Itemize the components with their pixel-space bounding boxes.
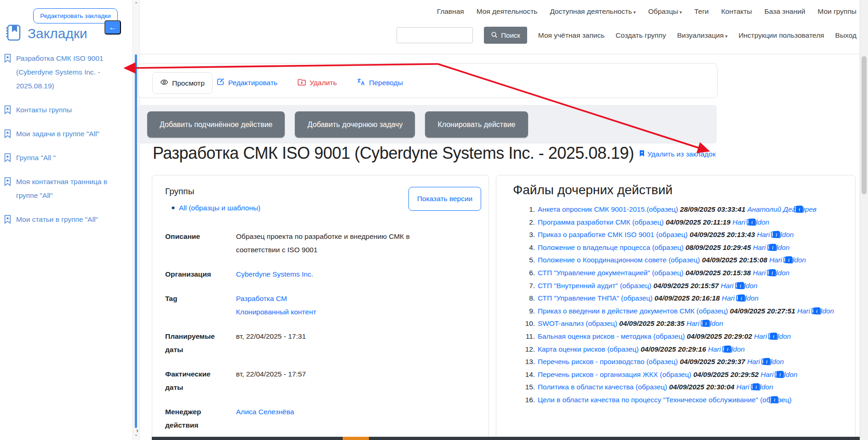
action-button[interactable]: Добавить дочернюю задачу	[295, 111, 415, 138]
nav-item-база-знаний[interactable]: База знаний	[765, 7, 805, 16]
field-value-link[interactable]: Cyberdyne Systems Inc.	[236, 267, 438, 281]
file-link[interactable]: СТП "Управление ТНПА" (образец)	[538, 294, 653, 302]
field-value-text: вт, 22/04/2025 - 17:57	[236, 367, 438, 381]
nav-item-доступная-деятельность[interactable]: Доступная деятельность▾	[550, 7, 636, 16]
file-number: 3.	[513, 229, 535, 241]
file-link[interactable]: Положение о владельце процесса (образец)	[538, 243, 684, 251]
file-row: 5.Положение о Координационном совете (об…	[538, 255, 856, 267]
file-row: 2.Программа разработки СМК (образец) 04/…	[538, 217, 856, 230]
bottom-bar	[152, 437, 868, 440]
file-link[interactable]: Цели в области качества по процессу "Тех…	[538, 396, 792, 404]
nav-item-визуализация[interactable]: Визуализация▾	[677, 31, 728, 40]
app-root: Редактировать закладки Закладки ← Разраб…	[0, 0, 868, 440]
bookmark-link[interactable]: Моя контактная транница в группе "All"	[16, 175, 122, 203]
file-row: 1.Анкета опросник СМК 9001-2015.(образец…	[538, 204, 856, 217]
bookmark-star-icon	[4, 151, 11, 165]
child-files-card: Файлы дочерних действий 1.Анкета опросни…	[496, 175, 856, 440]
detail-fields: ОписаниеОбразец проекта по разработке и …	[165, 230, 476, 440]
file-link[interactable]: Приказ о введении в действие документов …	[538, 307, 728, 315]
bookmark-link[interactable]: Мои задачи в группе "All"	[16, 127, 99, 141]
action-button[interactable]: Добавить подчинённое действие	[147, 111, 285, 138]
folder-x-icon	[298, 78, 306, 87]
nav-item-выход[interactable]: Выход	[835, 31, 857, 40]
bookmark-link[interactable]: Разработка СМК ISO 9001 (Cyberdyne Syste…	[16, 52, 122, 93]
field-row: TagРазработка СМКлонированный контент	[165, 292, 476, 318]
file-link[interactable]: СТП "Управление документацией" (образец)	[538, 269, 684, 277]
file-date: 04/09/2025 20:15:38	[685, 269, 751, 277]
tab-просмотр[interactable]: Просмотр	[152, 72, 213, 94]
bookmark-link[interactable]: Контакты группы	[16, 103, 72, 117]
page-scrollbar[interactable]	[860, 0, 868, 440]
field-value-link[interactable]: Клонированный контент	[236, 305, 438, 318]
file-date: 04/09/2025 20:13:43	[690, 231, 755, 238]
nav-item-главная[interactable]: Главная	[437, 7, 464, 16]
file-number: 6.	[513, 267, 535, 279]
action-button[interactable]: Клонировать действие	[425, 111, 528, 138]
tab-переводы[interactable]: Переводы	[357, 78, 403, 87]
scroll-up-icon[interactable]: ⌃	[133, 1, 139, 6]
file-link[interactable]: Приказ о разработке СМК ISO 9001 (образе…	[538, 231, 688, 238]
file-row: 16.Цели в области качества по процессу "…	[538, 394, 856, 407]
file-link[interactable]: Политика в области качества (образец)	[538, 383, 667, 391]
file-row: 7.СТП "Внутренний аудит" (образец) 04/09…	[538, 280, 856, 293]
search-input[interactable]	[397, 27, 473, 43]
nav-item-контакты[interactable]: Контакты	[721, 7, 752, 16]
file-date: 04/09/2025 20:16:18	[655, 294, 720, 302]
nav-item-создать-группу[interactable]: Создать группу	[615, 31, 666, 40]
tabs-card: РедактироватьУдалитьПереводы Просмотр	[138, 63, 718, 98]
file-link[interactable]: Перечень рисков - организация ЖКХ (образ…	[538, 371, 691, 378]
nav-item-мои-группы[interactable]: Мои группы	[818, 7, 857, 16]
bottom-bar-orange-segment	[343, 437, 369, 440]
chevron-down-icon: ▾	[725, 34, 727, 39]
file-row: 8.СТП "Управление ТНПА" (образец) 04/09/…	[538, 293, 856, 306]
collapse-sidebar-button[interactable]: ←	[104, 20, 121, 35]
remove-from-bookmarks-link[interactable]: Удалить из закладок	[638, 150, 715, 159]
bookmark-link[interactable]: Группа "All "	[16, 151, 56, 165]
file-link[interactable]: Бальная оценка рисков - методика (образе…	[538, 332, 685, 340]
file-row: 13.Перечень рисков - производство (образ…	[538, 356, 856, 369]
nav-item-образцы[interactable]: Образцы▾	[648, 7, 682, 16]
sidebar-scrollbar-thumb[interactable]	[135, 54, 137, 428]
chevron-down-icon: ▾	[679, 10, 682, 15]
sidebar-expander-icon[interactable]: ›	[136, 426, 138, 434]
file-number: 8.	[513, 293, 535, 304]
file-link[interactable]: Программа разработки СМК (образец)	[538, 218, 664, 226]
nav-item-теги[interactable]: Теги	[694, 7, 709, 16]
file-row: 15.Политика в области качества (образец)…	[538, 382, 856, 394]
file-link[interactable]: СТП "Внутренний аудит" (образец)	[538, 282, 651, 289]
file-link[interactable]: SWOT-анализ (образец)	[538, 319, 617, 327]
search-button[interactable]: Поиск	[484, 27, 527, 44]
file-link[interactable]: Положение о Координационном совете (обра…	[538, 256, 700, 264]
file-row: 4.Положение о владельце процесса (образе…	[538, 242, 856, 255]
nav-item-инструкции-пользователя[interactable]: Инструкции пользователя	[738, 31, 824, 40]
actions-band: Добавить подчинённое действиеДобавить до…	[138, 105, 717, 144]
bookmarks-sidebar: Редактировать закладки Закладки ← Разраб…	[0, 0, 132, 440]
tab-label: Переводы	[369, 79, 403, 87]
field-label: Планируемые даты	[165, 330, 225, 356]
file-author: Анатолий Дегтярев	[747, 205, 816, 213]
file-date: 04/09/2025 20:28:35	[619, 319, 684, 327]
remove-from-bookmarks-label: Удалить из закладок	[647, 150, 715, 158]
files-heading: Файлы дочерних действий	[513, 183, 855, 197]
field-label: Tag	[165, 292, 225, 318]
group-link[interactable]: All (образцы и шаблоны)	[179, 204, 261, 212]
tab-редактировать[interactable]: Редактировать	[217, 78, 277, 87]
field-value: Разработка СМКлонированный контент	[236, 292, 438, 318]
field-value-link[interactable]: Алиса Селезнёва	[236, 405, 438, 418]
file-date: 04/09/2025 20:11:19	[666, 218, 730, 226]
file-link[interactable]: Анкета опросник СМК 9001-2015.(образец)	[538, 205, 678, 213]
field-row: Фактические датывт, 22/04/2025 - 17:57	[165, 367, 476, 394]
page-scrollbar-thumb[interactable]	[862, 56, 867, 194]
file-number: 12.	[513, 344, 535, 355]
bookmark-star-icon	[4, 127, 11, 141]
bookmark-link[interactable]: Мои статьи в группе "All"	[16, 213, 98, 226]
show-versions-button[interactable]: Показать версии	[408, 187, 481, 211]
file-link[interactable]: Перечень рисков - производство (образец)	[538, 358, 678, 365]
page-title: Разработка СМК ISO 9001 (Cyberdyne Syste…	[153, 144, 634, 163]
bookmark-star-icon	[4, 213, 11, 226]
nav-item-моя-учётная-запись[interactable]: Моя учётная запись	[538, 31, 604, 40]
field-value-link[interactable]: Разработка СМ	[236, 292, 438, 305]
file-link[interactable]: Карта оценки рисков (образец)	[538, 345, 639, 353]
nav-item-моя-деятельность[interactable]: Моя деятельность	[477, 7, 538, 16]
tab-удалить[interactable]: Удалить	[298, 78, 337, 87]
